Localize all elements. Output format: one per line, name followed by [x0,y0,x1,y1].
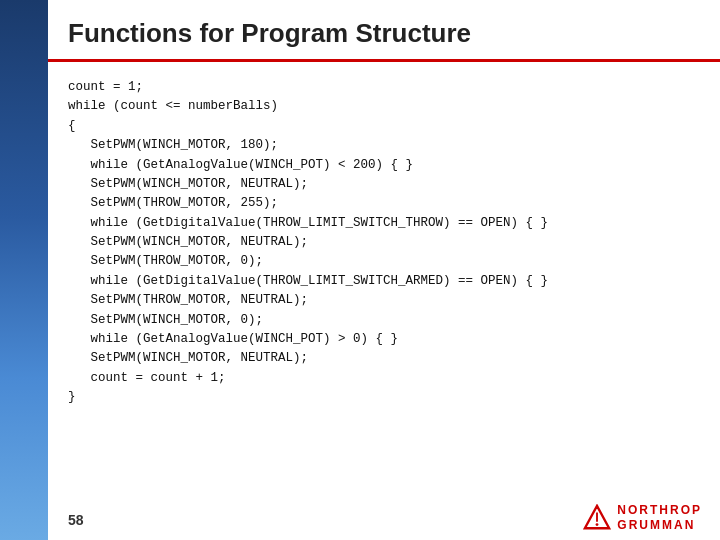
logo-icon [583,504,611,532]
code-line-13: while (GetAnalogValue(WINCH_POT) > 0) { … [68,330,700,349]
slide-header: Functions for Program Structure [48,0,720,62]
code-line-12: SetPWM(WINCH_MOTOR, 0); [68,311,700,330]
grumman-text: GRUMMAN [617,518,702,532]
northrop-text: NORTHROP [617,503,702,517]
code-block: count = 1;while (count <= numberBalls){ … [48,70,720,415]
main-content: Functions for Program Structure count = … [48,0,720,540]
page-number: 58 [68,512,84,528]
code-line-3: SetPWM(WINCH_MOTOR, 180); [68,136,700,155]
logo-text: NORTHROP GRUMMAN [617,503,702,532]
code-line-1: while (count <= numberBalls) [68,97,700,116]
code-line-16: } [68,388,700,407]
code-line-7: while (GetDigitalValue(THROW_LIMIT_SWITC… [68,214,700,233]
code-line-0: count = 1; [68,78,700,97]
code-line-9: SetPWM(THROW_MOTOR, 0); [68,252,700,271]
code-line-15: count = count + 1; [68,369,700,388]
code-line-10: while (GetDigitalValue(THROW_LIMIT_SWITC… [68,272,700,291]
code-line-11: SetPWM(THROW_MOTOR, NEUTRAL); [68,291,700,310]
code-line-14: SetPWM(WINCH_MOTOR, NEUTRAL); [68,349,700,368]
left-decorative-bar [0,0,48,540]
code-line-4: while (GetAnalogValue(WINCH_POT) < 200) … [68,156,700,175]
slide-title: Functions for Program Structure [68,18,471,48]
code-line-5: SetPWM(WINCH_MOTOR, NEUTRAL); [68,175,700,194]
svg-point-2 [596,523,599,526]
code-line-6: SetPWM(THROW_MOTOR, 255); [68,194,700,213]
company-logo: NORTHROP GRUMMAN [583,503,702,532]
code-line-8: SetPWM(WINCH_MOTOR, NEUTRAL); [68,233,700,252]
code-line-2: { [68,117,700,136]
